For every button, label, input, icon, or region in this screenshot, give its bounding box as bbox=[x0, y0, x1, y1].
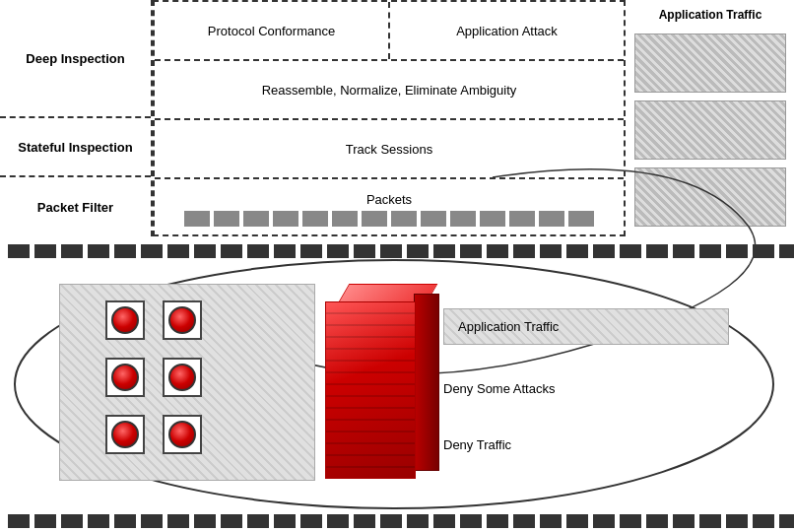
app-traffic-title: Application Traffic bbox=[634, 8, 786, 26]
bdash-29 bbox=[753, 514, 774, 528]
threat-icon-4 bbox=[163, 358, 202, 397]
bdash-9 bbox=[221, 514, 242, 528]
packets-label: Packets bbox=[366, 192, 412, 207]
packet-block-5 bbox=[302, 211, 328, 227]
bottom-app-traffic-box: Application Traffic bbox=[443, 308, 729, 345]
bdash-5 bbox=[114, 514, 136, 528]
dash-4 bbox=[88, 244, 109, 258]
bdash-30 bbox=[779, 514, 794, 528]
firewall-3d bbox=[325, 284, 433, 481]
bdash-28 bbox=[726, 514, 748, 528]
right-section: Application Traffic bbox=[627, 0, 794, 236]
packet-block-2 bbox=[214, 211, 239, 227]
threat-panel bbox=[59, 284, 315, 481]
deep-inspection-label: Deep Inspection bbox=[0, 0, 151, 118]
empty-cell-2 bbox=[220, 358, 259, 397]
bdash-26 bbox=[673, 514, 695, 528]
bdash-16 bbox=[407, 514, 429, 528]
bdash-8 bbox=[194, 514, 216, 528]
packet-block-1 bbox=[184, 211, 210, 227]
packet-filter-label: Packet Filter bbox=[0, 177, 151, 236]
dash-20 bbox=[513, 244, 535, 258]
bdash-4 bbox=[88, 514, 109, 528]
bdash-17 bbox=[433, 514, 455, 528]
dash-10 bbox=[247, 244, 269, 258]
packet-blocks bbox=[184, 211, 594, 227]
threat-icon-2 bbox=[163, 300, 202, 340]
bdash-22 bbox=[566, 514, 588, 528]
main-container: Deep Inspection Stateful Inspection Pack… bbox=[0, 0, 794, 532]
dash-19 bbox=[487, 244, 508, 258]
threat-icon-1 bbox=[105, 300, 145, 340]
dash-16 bbox=[407, 244, 429, 258]
dash-9 bbox=[221, 244, 242, 258]
packets-row: Packets bbox=[155, 179, 624, 238]
track-sessions-row: Track Sessions bbox=[155, 120, 624, 179]
packet-block-3 bbox=[243, 211, 269, 227]
dash-26 bbox=[673, 244, 695, 258]
protocol-conformance-cell: Protocol Conformance bbox=[155, 2, 390, 59]
packet-block-12 bbox=[509, 211, 535, 227]
app-traffic-box-3 bbox=[634, 167, 786, 227]
dash-8 bbox=[194, 244, 216, 258]
threat-icon-5 bbox=[105, 415, 145, 454]
packet-block-6 bbox=[332, 211, 358, 227]
packet-block-7 bbox=[362, 211, 387, 227]
dash-29 bbox=[753, 244, 774, 258]
deny-traffic-label: Deny Traffic bbox=[443, 433, 729, 456]
packet-block-8 bbox=[391, 211, 417, 227]
dash-15 bbox=[380, 244, 402, 258]
bottom-content: Application Traffic Deny Some Attacks De… bbox=[59, 274, 729, 491]
dash-5 bbox=[114, 244, 136, 258]
dash-14 bbox=[354, 244, 375, 258]
dash-2 bbox=[34, 244, 56, 258]
dashed-top-row bbox=[0, 244, 794, 258]
dash-12 bbox=[300, 244, 322, 258]
dash-1 bbox=[8, 244, 30, 258]
packet-block-14 bbox=[568, 211, 594, 227]
bdash-19 bbox=[487, 514, 508, 528]
bdash-6 bbox=[141, 514, 163, 528]
left-labels: Deep Inspection Stateful Inspection Pack… bbox=[0, 0, 153, 236]
bdash-13 bbox=[327, 514, 349, 528]
dash-3 bbox=[61, 244, 83, 258]
application-attack-cell: Application Attack bbox=[390, 2, 624, 59]
app-traffic-box-2 bbox=[634, 100, 786, 160]
dash-24 bbox=[620, 244, 641, 258]
dash-18 bbox=[460, 244, 482, 258]
diagram-area: Protocol Conformance Application Attack … bbox=[153, 0, 626, 236]
packet-block-11 bbox=[480, 211, 505, 227]
bdash-20 bbox=[513, 514, 535, 528]
icons-grid bbox=[96, 291, 279, 474]
reassemble-row: Reassemble, Normalize, Eliminate Ambigui… bbox=[155, 61, 624, 120]
bdash-27 bbox=[699, 514, 721, 528]
bdash-14 bbox=[354, 514, 375, 528]
bdash-2 bbox=[34, 514, 56, 528]
dash-17 bbox=[433, 244, 455, 258]
bdash-11 bbox=[274, 514, 296, 528]
empty-cell-1 bbox=[220, 300, 259, 340]
bdash-21 bbox=[540, 514, 562, 528]
bottom-labels: Application Traffic Deny Some Attacks De… bbox=[443, 284, 729, 481]
dash-25 bbox=[646, 244, 668, 258]
packet-block-10 bbox=[450, 211, 476, 227]
packet-block-9 bbox=[421, 211, 446, 227]
bdash-24 bbox=[620, 514, 641, 528]
dash-13 bbox=[327, 244, 349, 258]
dash-21 bbox=[540, 244, 562, 258]
dash-6 bbox=[141, 244, 163, 258]
threat-icon-6 bbox=[163, 415, 202, 454]
deny-some-label: Deny Some Attacks bbox=[443, 377, 729, 400]
bottom-app-traffic-container: Application Traffic bbox=[443, 308, 729, 345]
bdash-18 bbox=[460, 514, 482, 528]
bdash-1 bbox=[8, 514, 30, 528]
bdash-25 bbox=[646, 514, 668, 528]
packet-block-4 bbox=[273, 211, 298, 227]
dash-11 bbox=[274, 244, 296, 258]
stateful-inspection-label: Stateful Inspection bbox=[0, 118, 151, 177]
dash-30 bbox=[779, 244, 794, 258]
dash-27 bbox=[699, 244, 721, 258]
dash-23 bbox=[593, 244, 615, 258]
bdash-7 bbox=[167, 514, 189, 528]
protocol-attack-row: Protocol Conformance Application Attack bbox=[155, 2, 624, 61]
